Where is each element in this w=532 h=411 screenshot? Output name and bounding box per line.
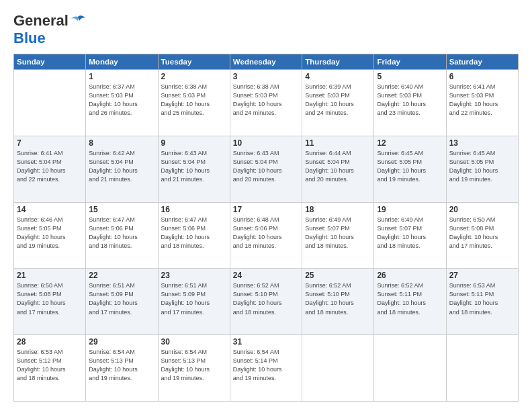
day-info: Sunrise: 6:54 AMSunset: 5:13 PMDaylight:… <box>89 348 154 383</box>
calendar-cell: 23Sunrise: 6:51 AMSunset: 5:09 PMDayligh… <box>158 269 230 335</box>
day-number: 14 <box>17 205 83 214</box>
day-number: 19 <box>377 205 443 214</box>
calendar-cell: 16Sunrise: 6:47 AMSunset: 5:06 PMDayligh… <box>158 202 230 269</box>
weekday-header-thursday: Thursday <box>302 54 374 70</box>
day-number: 6 <box>449 72 515 81</box>
day-info: Sunrise: 6:47 AMSunset: 5:06 PMDaylight:… <box>161 216 227 250</box>
day-number: 20 <box>449 205 515 214</box>
calendar-cell: 1Sunrise: 6:37 AMSunset: 5:03 PMDaylight… <box>86 70 158 136</box>
day-number: 29 <box>89 337 154 347</box>
logo-blue-text: Blue <box>13 30 46 46</box>
day-info: Sunrise: 6:49 AMSunset: 5:07 PMDaylight:… <box>377 216 443 250</box>
calendar-cell: 31Sunrise: 6:54 AMSunset: 5:14 PMDayligh… <box>230 335 302 402</box>
calendar-cell: 22Sunrise: 6:51 AMSunset: 5:09 PMDayligh… <box>86 269 158 335</box>
weekday-header-saturday: Saturday <box>446 54 518 70</box>
calendar-cell: 13Sunrise: 6:45 AMSunset: 5:05 PMDayligh… <box>446 136 518 202</box>
day-info: Sunrise: 6:51 AMSunset: 5:09 PMDaylight:… <box>89 281 154 316</box>
calendar-cell: 7Sunrise: 6:41 AMSunset: 5:04 PMDaylight… <box>14 136 86 202</box>
day-info: Sunrise: 6:45 AMSunset: 5:05 PMDaylight:… <box>449 149 515 184</box>
day-number: 1 <box>89 72 154 81</box>
day-number: 5 <box>377 72 443 81</box>
calendar-cell <box>14 70 86 136</box>
calendar-cell: 8Sunrise: 6:42 AMSunset: 5:04 PMDaylight… <box>86 136 158 202</box>
weekday-header-tuesday: Tuesday <box>158 54 230 70</box>
day-info: Sunrise: 6:54 AMSunset: 5:13 PMDaylight:… <box>161 348 227 383</box>
logo: General Blue <box>13 12 86 47</box>
day-number: 28 <box>17 337 83 347</box>
day-info: Sunrise: 6:41 AMSunset: 5:04 PMDaylight:… <box>17 149 83 184</box>
day-number: 31 <box>233 337 299 347</box>
day-info: Sunrise: 6:52 AMSunset: 5:11 PMDaylight:… <box>377 281 443 316</box>
day-info: Sunrise: 6:53 AMSunset: 5:12 PMDaylight:… <box>17 348 83 383</box>
day-number: 12 <box>377 138 443 148</box>
weekday-header-monday: Monday <box>86 54 158 70</box>
calendar-cell: 27Sunrise: 6:53 AMSunset: 5:11 PMDayligh… <box>446 269 518 335</box>
calendar-cell: 12Sunrise: 6:45 AMSunset: 5:05 PMDayligh… <box>374 136 446 202</box>
day-number: 10 <box>233 138 299 148</box>
day-info: Sunrise: 6:38 AMSunset: 5:03 PMDaylight:… <box>161 83 227 118</box>
day-info: Sunrise: 6:45 AMSunset: 5:05 PMDaylight:… <box>377 149 443 184</box>
day-info: Sunrise: 6:37 AMSunset: 5:03 PMDaylight:… <box>89 83 154 118</box>
day-number: 21 <box>17 271 83 280</box>
calendar-cell: 25Sunrise: 6:52 AMSunset: 5:10 PMDayligh… <box>302 269 374 335</box>
calendar-week-row: 21Sunrise: 6:50 AMSunset: 5:08 PMDayligh… <box>14 269 519 335</box>
calendar-cell: 3Sunrise: 6:38 AMSunset: 5:03 PMDaylight… <box>230 70 302 136</box>
calendar-week-row: 7Sunrise: 6:41 AMSunset: 5:04 PMDaylight… <box>14 136 519 202</box>
calendar-week-row: 1Sunrise: 6:37 AMSunset: 5:03 PMDaylight… <box>14 70 519 136</box>
calendar-week-row: 28Sunrise: 6:53 AMSunset: 5:12 PMDayligh… <box>14 335 519 402</box>
calendar-cell: 21Sunrise: 6:50 AMSunset: 5:08 PMDayligh… <box>14 269 86 335</box>
day-info: Sunrise: 6:52 AMSunset: 5:10 PMDaylight:… <box>233 281 299 316</box>
day-info: Sunrise: 6:41 AMSunset: 5:03 PMDaylight:… <box>449 83 515 118</box>
day-info: Sunrise: 6:50 AMSunset: 5:08 PMDaylight:… <box>449 216 515 250</box>
calendar-cell: 17Sunrise: 6:48 AMSunset: 5:06 PMDayligh… <box>230 202 302 269</box>
day-info: Sunrise: 6:40 AMSunset: 5:03 PMDaylight:… <box>377 83 443 118</box>
day-info: Sunrise: 6:43 AMSunset: 5:04 PMDaylight:… <box>233 149 299 184</box>
calendar-cell: 15Sunrise: 6:47 AMSunset: 5:06 PMDayligh… <box>86 202 158 269</box>
calendar-cell: 30Sunrise: 6:54 AMSunset: 5:13 PMDayligh… <box>158 335 230 402</box>
day-number: 25 <box>305 271 371 280</box>
calendar-cell: 26Sunrise: 6:52 AMSunset: 5:11 PMDayligh… <box>374 269 446 335</box>
calendar-cell: 2Sunrise: 6:38 AMSunset: 5:03 PMDaylight… <box>158 70 230 136</box>
calendar-cell: 19Sunrise: 6:49 AMSunset: 5:07 PMDayligh… <box>374 202 446 269</box>
day-info: Sunrise: 6:53 AMSunset: 5:11 PMDaylight:… <box>449 281 515 316</box>
day-number: 27 <box>449 271 515 280</box>
day-number: 8 <box>89 138 154 148</box>
day-info: Sunrise: 6:43 AMSunset: 5:04 PMDaylight:… <box>161 149 227 184</box>
calendar-cell: 4Sunrise: 6:39 AMSunset: 5:03 PMDaylight… <box>302 70 374 136</box>
day-info: Sunrise: 6:52 AMSunset: 5:10 PMDaylight:… <box>305 281 371 316</box>
calendar-cell <box>374 335 446 402</box>
day-number: 2 <box>161 72 227 81</box>
day-number: 9 <box>161 138 227 148</box>
calendar-cell: 29Sunrise: 6:54 AMSunset: 5:13 PMDayligh… <box>86 335 158 402</box>
day-number: 16 <box>161 205 227 214</box>
calendar-cell: 6Sunrise: 6:41 AMSunset: 5:03 PMDaylight… <box>446 70 518 136</box>
calendar-cell: 20Sunrise: 6:50 AMSunset: 5:08 PMDayligh… <box>446 202 518 269</box>
page: General Blue SundayMondayTuesdayWednesda… <box>0 0 532 411</box>
calendar-cell <box>446 335 518 402</box>
day-info: Sunrise: 6:42 AMSunset: 5:04 PMDaylight:… <box>89 149 154 184</box>
day-number: 22 <box>89 271 154 280</box>
calendar-cell: 24Sunrise: 6:52 AMSunset: 5:10 PMDayligh… <box>230 269 302 335</box>
day-number: 13 <box>449 138 515 148</box>
weekday-header-wednesday: Wednesday <box>230 54 302 70</box>
day-number: 11 <box>305 138 371 148</box>
calendar-cell: 18Sunrise: 6:49 AMSunset: 5:07 PMDayligh… <box>302 202 374 269</box>
day-number: 24 <box>233 271 299 280</box>
calendar-cell: 10Sunrise: 6:43 AMSunset: 5:04 PMDayligh… <box>230 136 302 202</box>
day-number: 17 <box>233 205 299 214</box>
logo-general-text: General <box>13 12 69 30</box>
day-number: 18 <box>305 205 371 214</box>
calendar-week-row: 14Sunrise: 6:46 AMSunset: 5:05 PMDayligh… <box>14 202 519 269</box>
day-info: Sunrise: 6:48 AMSunset: 5:06 PMDaylight:… <box>233 216 299 250</box>
day-info: Sunrise: 6:50 AMSunset: 5:08 PMDaylight:… <box>17 281 83 316</box>
weekday-header-sunday: Sunday <box>14 54 86 70</box>
header: General Blue <box>13 12 519 47</box>
day-info: Sunrise: 6:44 AMSunset: 5:04 PMDaylight:… <box>305 149 371 184</box>
day-info: Sunrise: 6:39 AMSunset: 5:03 PMDaylight:… <box>305 83 371 118</box>
day-info: Sunrise: 6:54 AMSunset: 5:14 PMDaylight:… <box>233 348 299 383</box>
calendar-cell: 28Sunrise: 6:53 AMSunset: 5:12 PMDayligh… <box>14 335 86 402</box>
day-info: Sunrise: 6:47 AMSunset: 5:06 PMDaylight:… <box>89 216 154 250</box>
day-info: Sunrise: 6:51 AMSunset: 5:09 PMDaylight:… <box>161 281 227 316</box>
calendar-table: SundayMondayTuesdayWednesdayThursdayFrid… <box>13 54 519 402</box>
weekday-header-friday: Friday <box>374 54 446 70</box>
